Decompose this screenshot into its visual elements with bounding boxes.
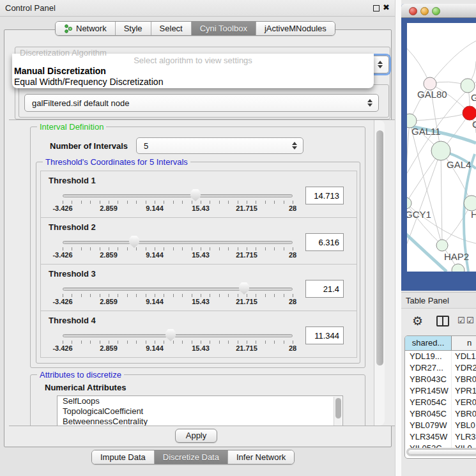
numerical-attributes-label: Numerical Attributes <box>45 383 126 392</box>
zoom-traffic-light-icon[interactable] <box>432 7 440 15</box>
table-row[interactable]: YPR145WYPR1 <box>405 385 476 397</box>
float-window-icon[interactable] <box>373 5 380 12</box>
list-scrollbar-thumb[interactable] <box>335 398 341 418</box>
node-gal4[interactable] <box>431 141 450 160</box>
slider-thumb[interactable] <box>165 329 176 341</box>
close-traffic-light-icon[interactable] <box>409 7 417 15</box>
tab-style-label: Style <box>124 24 142 33</box>
slider-ticks <box>63 294 293 297</box>
settings-scrollbar-thumb[interactable] <box>376 130 383 365</box>
cell: YLR345W <box>405 431 452 443</box>
table-row[interactable]: YDR27...YDR2 <box>405 362 476 374</box>
node-label-partial-h: H <box>471 209 476 220</box>
slider-thumb[interactable] <box>190 189 201 201</box>
slider-track[interactable] <box>63 334 293 337</box>
threshold-1-value-field[interactable] <box>305 187 344 204</box>
list-item[interactable]: TopologicalCoefficient <box>58 406 342 417</box>
columns-icon[interactable] <box>436 316 449 326</box>
threshold-3-value-field[interactable] <box>305 280 344 298</box>
slider-track[interactable] <box>63 288 293 291</box>
tab-impute-data[interactable]: Impute Data <box>92 450 155 464</box>
cell: YER054C <box>405 397 452 408</box>
algorithm-option-manual[interactable]: Manual Discretization <box>12 66 374 77</box>
tab-network[interactable]: Network <box>56 22 116 35</box>
table-horizontal-scrollbar[interactable] <box>406 448 476 456</box>
close-icon[interactable]: ✖ <box>383 3 390 12</box>
threshold-4-value-field[interactable] <box>305 326 344 344</box>
threshold-1-panel: Threshold 1 -3.426 2.859 9.144 15.43 21.… <box>40 171 357 218</box>
settings-scrollbar[interactable] <box>374 120 385 426</box>
network-window-titlebar[interactable] <box>401 4 476 18</box>
slider-thumb[interactable] <box>239 282 249 295</box>
slider-thumb[interactable] <box>129 236 139 248</box>
interval-definition-title: Interval Definition <box>37 122 106 132</box>
tick-label: 15.43 <box>192 204 210 212</box>
discretization-algorithm-group-title: Discretization Algorithm <box>20 48 107 58</box>
table-data-group: Table Data galFiltered.sif default node <box>19 84 389 118</box>
threshold-3-panel: Threshold 3 -3.426 2.859 9.144 15.43 21.… <box>40 264 357 311</box>
network-canvas[interactable]: GAL80 GA C GAL11 GAL4 GCY1 H HAP2 <box>407 23 476 272</box>
threshold-2-value-field[interactable] <box>305 233 344 251</box>
cell: YBR0 <box>452 374 476 385</box>
tab-impute-data-label: Impute Data <box>100 452 146 462</box>
cell: YPR1 <box>452 385 476 397</box>
threshold-2-slider[interactable]: -3.426 2.859 9.144 15.43 21.715 28 <box>41 218 303 265</box>
tab-infer-network[interactable]: Infer Network <box>228 450 294 464</box>
threshold-3-slider[interactable]: -3.426 2.859 9.144 15.43 21.715 28 <box>41 265 303 312</box>
tab-style[interactable]: Style <box>116 22 151 35</box>
table-horizontal-scrollbar-thumb[interactable] <box>408 449 476 455</box>
node-table: shared... n YDL19...YDL1 YDR27...YDR2 YB… <box>404 335 476 459</box>
tick-label: 28 <box>289 204 296 212</box>
checkbox-icon[interactable]: ☑ <box>466 316 474 325</box>
tab-cyni-toolbox[interactable]: Cyni Toolbox <box>192 22 256 35</box>
tab-jactivemnodules[interactable]: jActiveMNodules <box>256 22 335 35</box>
cell: YBL0 <box>452 420 476 431</box>
cell: YDR2 <box>452 362 476 374</box>
node-partial-top-right[interactable] <box>461 79 475 93</box>
slider-ticks <box>63 201 293 204</box>
attributes-group-title: Attributes to discretize <box>37 370 124 380</box>
column-header-name[interactable]: n <box>452 336 476 350</box>
tick-label: 15.43 <box>192 298 210 305</box>
node-hap2[interactable] <box>436 240 448 251</box>
minimize-traffic-light-icon[interactable] <box>420 7 429 15</box>
gear-icon[interactable]: ⚙ <box>412 314 423 328</box>
cell: YBR043C <box>405 374 452 385</box>
checkbox-icon[interactable]: ☑ <box>457 316 465 325</box>
tab-discretize-data[interactable]: Discretize Data <box>155 450 228 464</box>
threshold-1-slider[interactable]: -3.426 2.859 9.144 15.43 21.715 28 <box>41 171 303 219</box>
panel-divider[interactable] <box>395 0 401 476</box>
table-row[interactable]: YER054CYER0 <box>405 397 476 408</box>
table-row[interactable]: YDL19...YDL1 <box>405 351 476 362</box>
cell: YER0 <box>452 397 476 408</box>
number-of-intervals-select[interactable]: 5 <box>136 137 303 154</box>
table-data-select[interactable]: galFiltered.sif default node <box>24 94 379 112</box>
tab-select[interactable]: Select <box>151 22 192 35</box>
tab-discretize-data-label: Discretize Data <box>163 452 219 462</box>
node-gal80[interactable] <box>424 77 436 90</box>
slider-track[interactable] <box>63 194 293 197</box>
apply-button[interactable]: Apply <box>175 429 217 443</box>
list-item[interactable]: SelfLoops <box>58 396 342 406</box>
list-item[interactable]: BetweennessCentrality <box>58 417 342 426</box>
tick-label: 2.859 <box>100 298 118 305</box>
slider-track[interactable] <box>63 241 293 244</box>
table-row[interactable]: YBR045CYBR0 <box>405 408 476 420</box>
threshold-4-slider[interactable]: -3.426 2.859 9.144 15.43 21.715 28 <box>41 311 303 358</box>
column-header-shared-name[interactable]: shared... <box>405 336 452 350</box>
node-partial-bottom[interactable] <box>452 264 464 272</box>
numerical-attributes-list[interactable]: SelfLoops TopologicalCoefficient Between… <box>57 395 343 426</box>
list-scrollbar[interactable] <box>334 397 342 426</box>
tab-cyni-toolbox-label: Cyni Toolbox <box>200 24 247 33</box>
table-row[interactable]: YBL079WYBL0 <box>405 420 476 431</box>
network-icon <box>64 24 73 33</box>
cell: YLR3 <box>452 431 476 443</box>
table-row[interactable]: YLR345WYLR3 <box>405 431 476 443</box>
settings-scrollpane: Interval Definition Number of Intervals … <box>9 119 395 426</box>
node-red-selected[interactable] <box>463 106 476 120</box>
table-row[interactable]: YBR043CYBR0 <box>405 374 476 385</box>
algorithm-option-equal-width[interactable]: Equal Width/Frequency Discretization <box>12 77 374 88</box>
tick-label: 15.43 <box>192 344 210 352</box>
network-view-window[interactable]: GAL80 GA C GAL11 GAL4 GCY1 H HAP2 <box>401 4 476 291</box>
cell: YDL1 <box>452 351 476 362</box>
